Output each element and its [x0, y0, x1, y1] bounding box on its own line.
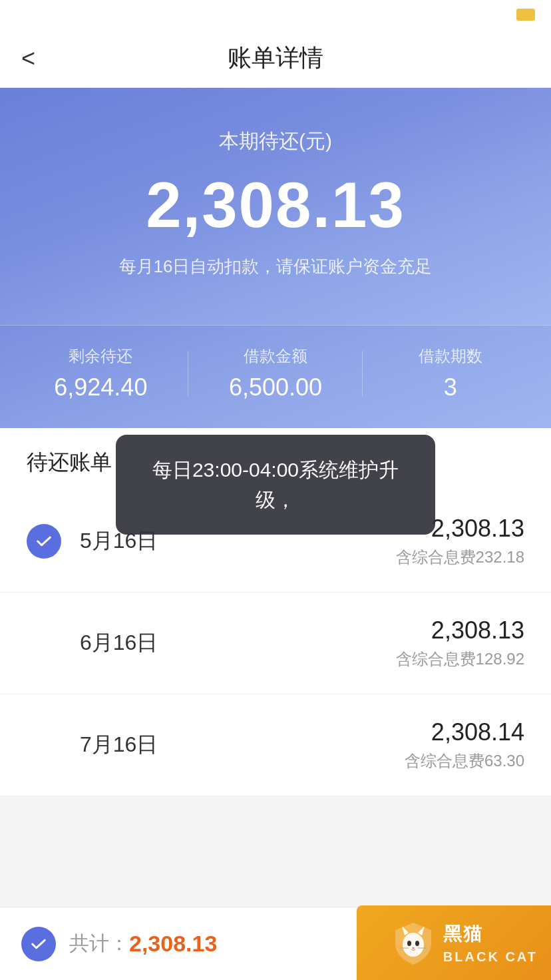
stat-periods-value: 3 [363, 373, 538, 401]
footer-total-label: 共计： [69, 930, 129, 957]
cat-english-text: BLACK CAT [443, 949, 538, 965]
toast-text: 每日23:00-04:00系统维护升级， [149, 455, 402, 515]
svg-point-0 [403, 933, 424, 957]
bill-section-title: 待还账单 [27, 448, 112, 477]
stat-periods-label: 借款期数 [363, 346, 538, 367]
footer-total-amount: 2,308.13 [129, 931, 217, 957]
status-indicator [516, 9, 535, 21]
bill-right-2: 2,308.13 含综合息费128.92 [396, 616, 524, 670]
bill-amount-2: 2,308.13 [396, 616, 524, 644]
hero-desc: 每月16日自动扣款，请保证账户资金充足 [27, 255, 524, 278]
footer-check-icon [21, 927, 56, 961]
cat-icon [390, 919, 437, 966]
cat-logo-area: 黑猫 BLACK CAT [390, 919, 538, 966]
bill-section: 待还账单 每日23:00-04:00系统维护升级， 5月16日 2,308.13… [0, 428, 551, 796]
bill-right-3: 2,308.14 含综合息费63.30 [405, 718, 524, 772]
bill-list-wrapper: 待还账单 每日23:00-04:00系统维护升级， 5月16日 2,308.13… [0, 428, 551, 796]
stat-remaining: 剩余待还 6,924.40 [13, 346, 188, 401]
status-bar [0, 0, 551, 29]
bill-item-2: 6月16日 2,308.13 含综合息费128.92 [0, 593, 551, 694]
svg-point-3 [407, 941, 411, 946]
toast-notification: 每日23:00-04:00系统维护升级， [116, 435, 435, 535]
stats-row: 剩余待还 6,924.40 借款金额 6,500.00 借款期数 3 [0, 325, 551, 428]
bill-fee-1: 含综合息费232.18 [396, 547, 524, 568]
svg-point-4 [415, 941, 419, 946]
bill-date-3: 7月16日 [80, 730, 405, 760]
bill-date-2: 6月16日 [80, 628, 396, 658]
hero-amount: 2,308.13 [27, 168, 524, 242]
bill-empty-check-3 [27, 728, 61, 762]
hero-subtitle: 本期待还(元) [27, 128, 524, 155]
stat-remaining-label: 剩余待还 [13, 346, 188, 367]
bill-amount-3: 2,308.14 [405, 718, 524, 746]
stat-loan-amount: 借款金额 6,500.00 [188, 346, 363, 401]
gray-section [0, 796, 551, 876]
bill-fee-2: 含综合息费128.92 [396, 648, 524, 670]
hero-section: 本期待还(元) 2,308.13 每月16日自动扣款，请保证账户资金充足 [0, 88, 551, 325]
bill-check-icon-1 [27, 524, 61, 559]
stat-loan-amount-value: 6,500.00 [188, 373, 363, 401]
black-cat-watermark: 黑猫 BLACK CAT [357, 905, 551, 980]
svg-point-5 [412, 947, 415, 949]
stat-loan-amount-label: 借款金额 [188, 346, 363, 367]
cat-text-area: 黑猫 BLACK CAT [443, 921, 538, 965]
stat-remaining-value: 6,924.40 [13, 373, 188, 401]
stat-periods: 借款期数 3 [363, 346, 538, 401]
cat-chinese-text: 黑猫 [443, 921, 483, 947]
nav-header: < 账单详情 [0, 29, 551, 88]
back-button[interactable]: < [21, 47, 35, 71]
bill-empty-check-2 [27, 626, 61, 660]
bill-fee-3: 含综合息费63.30 [405, 750, 524, 772]
bill-item-3: 7月16日 2,308.14 含综合息费63.30 [0, 694, 551, 796]
page-title: 账单详情 [228, 42, 323, 75]
